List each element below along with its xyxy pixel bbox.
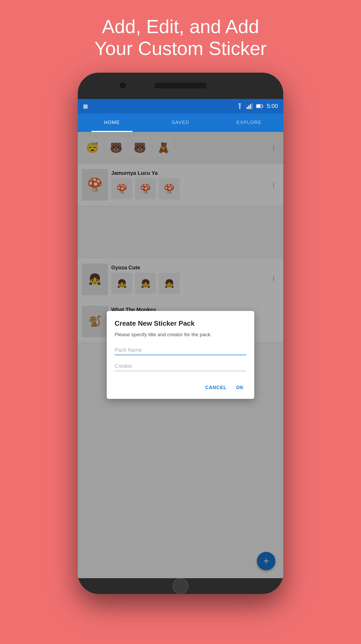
phone-screen: ▦ — [78, 99, 283, 578]
page-title: Add, Edit, and Add Your Custom Sticker — [0, 0, 361, 73]
create-sticker-pack-dialog: Create New Sticker Pack Please specify t… — [107, 311, 254, 399]
app-content: 😴 🐻 🐻 🧸 ⋮ 🍄 Jamurnya Lucu Ya — [78, 132, 283, 578]
phone-bottom — [78, 578, 283, 594]
svg-rect-7 — [262, 105, 264, 107]
status-bar: ▦ — [78, 99, 283, 113]
phone-top — [78, 73, 283, 99]
wifi-icon — [236, 103, 243, 109]
phone-frame: ▦ — [0, 73, 361, 594]
status-time: 5:00 — [267, 103, 278, 110]
dialog-description: Please specify title and creator for the… — [115, 331, 246, 338]
ok-button[interactable]: OK — [233, 382, 246, 394]
dialog-overlay: Create New Sticker Pack Please specify t… — [78, 132, 283, 578]
pack-name-input[interactable] — [115, 345, 246, 355]
cancel-button[interactable]: CANCEL — [203, 382, 229, 394]
nav-tabs: HOME SAVED EXPLORE — [78, 113, 283, 132]
status-left: ▦ — [83, 103, 88, 109]
dialog-title: Create New Sticker Pack — [115, 319, 246, 328]
tab-home[interactable]: HOME — [78, 113, 146, 132]
tab-explore[interactable]: EXPLORE — [215, 113, 283, 132]
status-right: 5:00 — [236, 103, 278, 110]
phone-camera — [120, 83, 126, 88]
signal-icon — [247, 103, 253, 109]
home-button[interactable] — [173, 578, 188, 594]
battery-icon — [256, 103, 264, 109]
svg-point-0 — [239, 108, 240, 109]
notification-icon: ▦ — [83, 103, 88, 109]
tab-saved[interactable]: SAVED — [146, 113, 215, 132]
creator-input[interactable] — [115, 361, 246, 371]
phone-speaker — [154, 83, 207, 88]
dialog-buttons: CANCEL OK — [115, 382, 246, 394]
svg-rect-3 — [250, 104, 251, 109]
svg-rect-2 — [248, 106, 249, 109]
svg-rect-4 — [251, 103, 252, 109]
svg-rect-1 — [247, 107, 248, 109]
svg-rect-6 — [257, 105, 261, 107]
phone-body: ▦ — [78, 73, 283, 594]
